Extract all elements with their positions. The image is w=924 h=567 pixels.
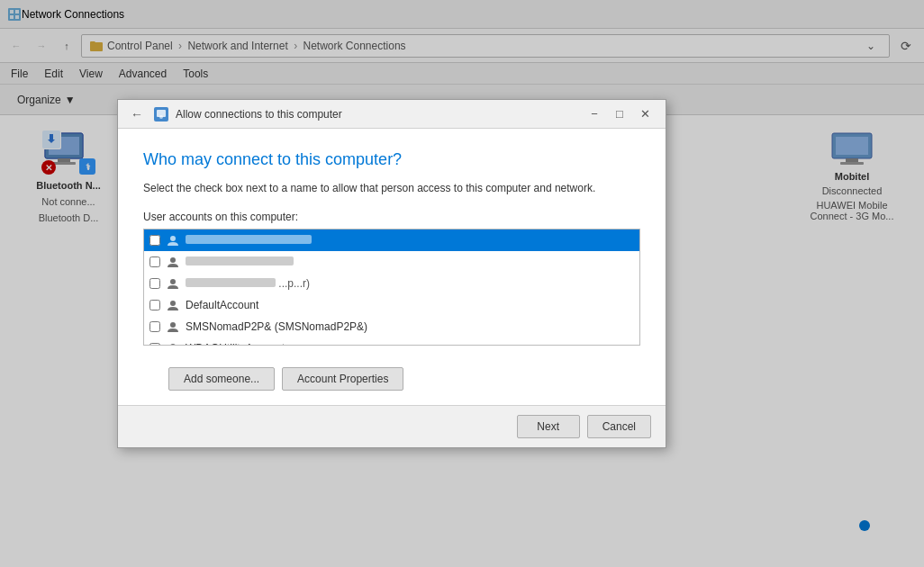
- add-someone-button[interactable]: Add someone...: [168, 367, 275, 391]
- dialog-back-button[interactable]: ←: [127, 105, 147, 123]
- user-icon-2: [166, 255, 180, 269]
- user-row-1[interactable]: [144, 230, 639, 251]
- svg-point-22: [170, 301, 176, 306]
- user-row-5[interactable]: SMSNomadP2P& (SMSNomadP2P&): [144, 316, 639, 338]
- user-checkbox-5[interactable]: [149, 321, 160, 332]
- user-row-6[interactable]: WDAGUtilityAccount: [144, 338, 639, 346]
- dialog-body: Who may connect to this computer? Select…: [118, 129, 666, 405]
- user-checkbox-3[interactable]: [149, 278, 160, 289]
- account-properties-button[interactable]: Account Properties: [282, 367, 403, 391]
- svg-point-19: [170, 236, 176, 241]
- allow-connections-dialog: ← Allow connections to this computer − □…: [117, 99, 666, 448]
- dialog-title-icon: [154, 107, 168, 122]
- user-checkbox-6[interactable]: [149, 343, 160, 346]
- user-name-6: WDAGUtilityAccount: [186, 342, 285, 346]
- next-button[interactable]: Next: [517, 415, 580, 438]
- dialog-actions: Add someone... Account Properties: [143, 353, 640, 405]
- user-row-3[interactable]: ...p...r): [144, 273, 639, 294]
- user-checkbox-2[interactable]: [149, 256, 160, 267]
- user-checkbox-1[interactable]: [149, 235, 160, 246]
- user-row-2[interactable]: [144, 251, 639, 273]
- user-name-4: DefaultAccount: [186, 299, 258, 311]
- user-name-5: SMSNomadP2P& (SMSNomadP2P&): [186, 320, 367, 333]
- dialog-titlebar: ← Allow connections to this computer − □…: [118, 100, 666, 129]
- dialog-maximize-button[interactable]: □: [608, 104, 631, 124]
- dialog-heading: Who may connect to this computer?: [143, 150, 640, 169]
- user-icon-4: [166, 298, 180, 312]
- svg-point-24: [170, 344, 176, 346]
- user-icon-6: [166, 341, 180, 346]
- user-name-3: ...p...r): [186, 277, 310, 290]
- user-list[interactable]: ...p...r) DefaultAccount SMSNomadP2P& (S…: [143, 229, 640, 346]
- dialog-close-button[interactable]: ✕: [633, 104, 657, 124]
- user-icon-3: [166, 276, 180, 291]
- dialog-footer: Next Cancel: [118, 405, 666, 447]
- user-accounts-label: User accounts on this computer:: [143, 211, 640, 223]
- user-name-2: [186, 256, 294, 268]
- svg-point-21: [170, 279, 176, 284]
- dialog-controls: − □ ✕: [583, 104, 657, 124]
- user-icon-5: [166, 320, 180, 334]
- svg-point-23: [170, 322, 176, 328]
- cancel-button[interactable]: Cancel: [587, 415, 651, 438]
- user-row-4[interactable]: DefaultAccount: [144, 294, 639, 316]
- dialog-minimize-button[interactable]: −: [583, 104, 606, 124]
- dialog-description: Select the check box next to a name to a…: [143, 180, 640, 196]
- dialog-title-text: Allow connections to this computer: [176, 108, 575, 121]
- svg-point-20: [170, 257, 176, 263]
- svg-point-18: [159, 115, 163, 119]
- user-checkbox-4[interactable]: [149, 300, 160, 310]
- user-icon-1: [166, 233, 180, 248]
- user-name-1: [186, 234, 312, 247]
